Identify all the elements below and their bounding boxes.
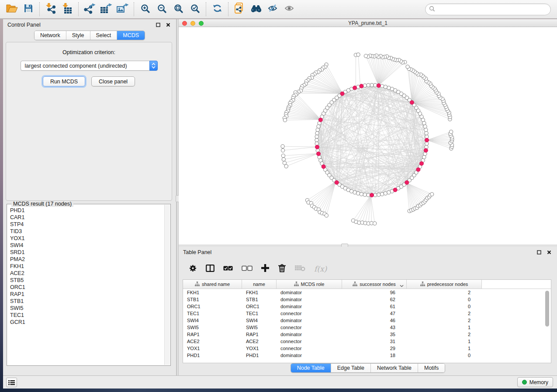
close-panel-icon[interactable] [546,249,553,256]
graph-hub-node[interactable] [416,168,420,172]
graph-node[interactable] [390,87,394,91]
graph-hub-node[interactable] [315,145,319,149]
graph-node[interactable] [315,131,319,135]
zoom-window-button[interactable] [199,21,204,26]
zoom-selected-button[interactable] [187,1,203,17]
graph-node[interactable] [356,53,360,56]
graph-node[interactable] [422,121,426,125]
graph-node[interactable] [377,193,381,196]
column-header-MCDS-role[interactable]: MCDS role [277,280,342,289]
graph-node[interactable] [425,131,428,135]
table-row[interactable]: TEC1TEC1connector472 [183,310,551,317]
graph-hub-node[interactable] [316,152,320,156]
minimize-window-button[interactable] [190,21,195,26]
memory-button[interactable]: Memory [517,377,553,387]
table-row[interactable]: SWI4SWI4dominator462 [183,317,551,324]
graph-hub-node[interactable] [318,118,322,122]
graph-node[interactable] [425,145,428,149]
graph-node[interactable] [425,135,429,138]
table-settings-button[interactable] [189,264,197,274]
graph-node[interactable] [364,54,367,58]
close-panel-button[interactable]: Close panel [91,76,135,86]
new-network-from-selection-button[interactable] [231,1,248,17]
column-header-name[interactable]: name [242,280,277,289]
graph-node[interactable] [284,165,288,168]
graph-node[interactable] [281,154,285,158]
graph-node[interactable] [367,83,370,87]
graph-hub-node[interactable] [335,181,339,185]
result-list-item[interactable]: SWI5 [10,305,164,312]
graph-hub-node[interactable] [419,162,423,165]
tab-network[interactable]: Network [35,31,66,40]
graph-node[interactable] [367,193,370,197]
table-row[interactable]: RAP1RAP1dominator352 [183,331,551,338]
tab-style[interactable]: Style [66,31,90,40]
result-list-item[interactable]: ORC1 [10,284,164,291]
graph-hub-node[interactable] [353,86,357,90]
graph-node[interactable] [281,148,285,152]
search-network-button[interactable] [248,1,264,17]
table-row[interactable]: STB1STB1dominator620 [183,296,551,303]
network-canvas[interactable] [179,27,557,244]
graph-node[interactable] [325,214,328,217]
result-list-item[interactable]: ACE2 [10,270,164,277]
graph-node[interactable] [283,118,287,122]
graph-node[interactable] [317,125,320,128]
graph-node[interactable] [373,222,377,225]
graph-hub-node[interactable] [370,193,374,197]
graph-node[interactable] [315,135,318,138]
graph-node[interactable] [315,138,318,142]
table-scrollbar[interactable] [545,290,550,361]
float-panel-icon[interactable] [536,249,543,256]
result-list-item[interactable]: STB1 [10,298,164,305]
graph-node[interactable] [430,193,434,196]
graph-node[interactable] [356,192,360,195]
graph-node[interactable] [423,125,427,128]
graph-node[interactable] [422,155,426,159]
close-window-button[interactable] [182,21,187,26]
import-network-button[interactable] [42,1,59,17]
graph-node[interactable] [315,142,318,145]
column-header-predecessor-nodes[interactable]: predecessor nodes [407,280,482,289]
result-list-item[interactable]: PHD1 [10,207,164,214]
graph-node[interactable] [350,189,353,193]
graph-node[interactable] [381,193,384,196]
add-column-button[interactable] [261,264,269,274]
graph-hub-node[interactable] [360,84,363,88]
split-panel-button[interactable] [206,265,214,274]
graph-node[interactable] [424,128,428,131]
result-list-item[interactable]: TEC1 [10,312,164,319]
graph-node[interactable] [374,193,377,197]
result-list-item[interactable]: STB5 [10,277,164,284]
graph-hub-node[interactable] [424,148,428,152]
criterion-select[interactable]: largest connected component (undirected) [21,61,158,71]
scrollbar-thumb[interactable] [545,291,549,327]
import-table-button[interactable] [59,1,76,17]
graph-node[interactable] [363,193,367,196]
open-file-button[interactable] [3,1,20,17]
zoom-fit-button[interactable] [170,1,187,17]
result-list-item[interactable]: FKH1 [10,263,164,270]
graph-node[interactable] [387,191,391,194]
tab-edge-table[interactable]: Edge Table [331,364,371,372]
graph-node[interactable] [425,142,429,145]
graph-node[interactable] [363,84,367,87]
graph-node[interactable] [283,161,286,165]
graph-node[interactable] [281,144,284,148]
result-list-item[interactable]: RAP1 [10,291,164,298]
tab-motifs[interactable]: Motifs [418,364,445,372]
export-network-button[interactable] [81,1,98,17]
table-row[interactable]: PHD1PHD1dominator180 [183,352,551,359]
graph-hub-node[interactable] [340,92,344,96]
graph-hub-node[interactable] [405,181,409,185]
graph-node[interactable] [374,83,377,87]
tab-node-table[interactable]: Node Table [291,364,331,372]
refresh-layout-button[interactable] [209,1,225,17]
zoom-out-button[interactable] [153,1,170,17]
show-all-button[interactable] [281,1,298,17]
graph-node[interactable] [381,84,384,88]
tab-network-table[interactable]: Network Table [371,364,418,372]
result-list-item[interactable]: TID3 [10,228,164,235]
table-row[interactable]: ACE2ACE2connector311 [183,338,551,345]
graph-node[interactable] [282,158,285,161]
